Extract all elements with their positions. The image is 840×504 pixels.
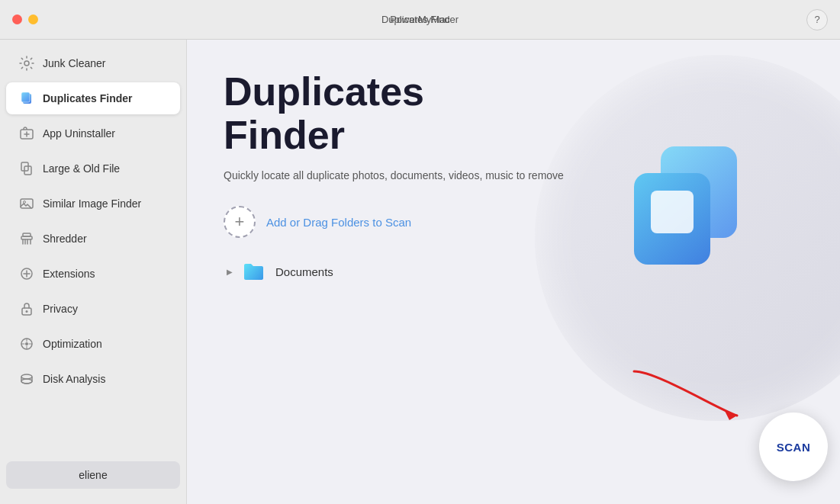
svg-point-7 <box>24 201 26 204</box>
files-icon <box>18 90 35 107</box>
sidebar-item-app-uninstaller[interactable]: App Uninstaller <box>6 117 180 149</box>
title-bar: PowerMyMac Duplicates Finder ? <box>0 0 840 40</box>
image-icon <box>18 195 35 212</box>
extensions-label: Extensions <box>43 268 95 280</box>
svg-rect-19 <box>651 191 694 233</box>
large-old-file-label: Large & Old File <box>43 162 120 175</box>
svg-point-0 <box>24 61 29 66</box>
sidebar-item-duplicates-finder[interactable]: Duplicates Finder <box>6 82 180 114</box>
svg-marker-20 <box>724 409 737 420</box>
similar-image-finder-label: Similar Image Finder <box>43 197 141 210</box>
gear-icon <box>18 55 35 72</box>
main-layout: Junk Cleaner <box>0 40 840 504</box>
svg-rect-9 <box>23 233 31 236</box>
svg-rect-2 <box>21 92 30 102</box>
window-controls <box>12 14 38 24</box>
duplicates-finder-label: Duplicates Finder <box>43 92 132 104</box>
scan-button[interactable]: SCAN <box>759 413 828 481</box>
sidebar-item-shredder[interactable]: Shredder <box>6 223 180 255</box>
sidebar-item-extensions[interactable]: Extensions <box>6 258 180 290</box>
shredder-label: Shredder <box>43 233 87 245</box>
large-file-icon <box>18 160 35 177</box>
folder-name: Documents <box>275 265 333 278</box>
chevron-right-icon: ▶ <box>227 268 233 276</box>
folder-icon <box>242 259 266 284</box>
red-arrow <box>626 364 748 428</box>
app-icon <box>18 125 35 142</box>
minimize-button[interactable] <box>28 14 38 24</box>
privacy-icon <box>18 300 35 317</box>
content-area: Duplicates Finder Quickly locate all dup… <box>187 40 840 504</box>
disk-icon <box>18 371 35 387</box>
user-button[interactable]: eliene <box>6 461 180 489</box>
svg-rect-6 <box>21 199 33 208</box>
app-uninstaller-label: App Uninstaller <box>43 127 115 140</box>
shredder-icon <box>18 230 35 247</box>
window-title: Duplicates Finder <box>381 14 459 25</box>
disk-analysis-label: Disk Analysis <box>43 373 105 385</box>
svg-point-15 <box>21 374 32 379</box>
sidebar-item-optimization[interactable]: Optimization <box>6 328 180 360</box>
duplicate-pages-icon <box>611 131 764 294</box>
privacy-label: Privacy <box>43 303 78 315</box>
sidebar-item-disk-analysis[interactable]: Disk Analysis <box>6 363 180 395</box>
junk-cleaner-label: Junk Cleaner <box>43 57 106 69</box>
sidebar-item-similar-image-finder[interactable]: Similar Image Finder <box>6 188 180 220</box>
optimization-label: Optimization <box>43 338 102 350</box>
sidebar-item-large-old-file[interactable]: Large & Old File <box>6 152 180 185</box>
add-icon: + <box>224 206 256 238</box>
scan-button-container: SCAN <box>759 413 828 481</box>
svg-point-12 <box>26 310 28 313</box>
sidebar: Junk Cleaner <box>0 40 187 504</box>
optimization-icon <box>18 335 35 352</box>
sidebar-footer: eliene <box>0 452 186 498</box>
help-button[interactable]: ? <box>806 9 828 30</box>
extensions-icon <box>18 265 35 282</box>
svg-point-16 <box>21 379 32 384</box>
add-folder-label: Add or Drag Folders to Scan <box>266 216 411 229</box>
sidebar-item-junk-cleaner[interactable]: Junk Cleaner <box>6 47 180 79</box>
close-button[interactable] <box>12 14 22 24</box>
sidebar-item-privacy[interactable]: Privacy <box>6 293 180 325</box>
svg-point-14 <box>25 342 28 345</box>
